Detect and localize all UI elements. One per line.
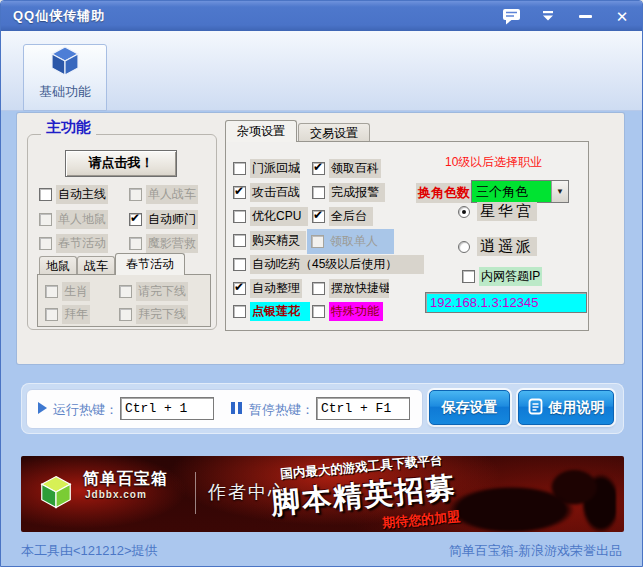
checkbox-box bbox=[39, 237, 52, 250]
checkbox-box bbox=[233, 282, 246, 295]
role-count-value: 三个角色 bbox=[472, 181, 551, 202]
chevron-down-icon[interactable]: ▼ bbox=[551, 181, 568, 202]
checkbox-label: 领取百科 bbox=[329, 159, 381, 178]
checkbox-box bbox=[312, 282, 325, 295]
checkbox-baiwan-offline[interactable]: 拜完下线 bbox=[119, 305, 188, 324]
checkbox-box bbox=[312, 210, 325, 223]
run-hotkey-input[interactable] bbox=[120, 397, 214, 420]
checkbox-lan-ip[interactable]: 内网答题IP bbox=[462, 267, 542, 286]
checkbox-label: 魔影营救 bbox=[146, 234, 198, 253]
checkbox-full-background[interactable]: 全后台 bbox=[312, 207, 373, 226]
checkbox-label: 特殊功能 bbox=[329, 302, 383, 321]
checkbox-box bbox=[312, 162, 325, 175]
run-icon bbox=[38, 402, 47, 414]
jdbbx-logo-title: 简单百宝箱 bbox=[83, 469, 168, 490]
click-me-button[interactable]: 请点击我！ bbox=[65, 150, 177, 177]
checkbox-solo-mole[interactable]: 单人地鼠 bbox=[39, 210, 108, 229]
skin-menu-icon[interactable] bbox=[538, 6, 558, 26]
subtab-mole[interactable]: 地鼠 bbox=[39, 256, 77, 275]
checkbox-silver-lotus[interactable]: 点银莲花 bbox=[233, 302, 310, 321]
checkbox-spring-festival[interactable]: 春节活动 bbox=[39, 234, 108, 253]
radio-label: 星华宫 bbox=[477, 202, 537, 221]
checkbox-auto-medicine[interactable]: 自动吃药（45级以后使用） bbox=[233, 255, 424, 274]
subtab-label: 地鼠 bbox=[46, 259, 70, 273]
checkbox-label: 单人战车 bbox=[146, 185, 198, 204]
checkbox-auto-shimen[interactable]: 自动师门 bbox=[129, 210, 198, 229]
toolbar: 基础功能 bbox=[1, 31, 643, 111]
checkbox-label: 自动整理 bbox=[250, 279, 302, 298]
checkbox-box bbox=[233, 210, 246, 223]
checkbox-qingwan-offline[interactable]: 请完下线 bbox=[119, 282, 188, 301]
message-icon[interactable] bbox=[501, 6, 521, 26]
checkbox-label: 春节活动 bbox=[56, 234, 108, 253]
checkbox-label: 请完下线 bbox=[136, 282, 188, 301]
checkbox-box bbox=[311, 235, 324, 248]
checkbox-box bbox=[129, 188, 142, 201]
help-label: 使用说明 bbox=[549, 399, 605, 417]
checkbox-box bbox=[233, 258, 246, 271]
radio-xinghua-palace[interactable]: 星华宫 bbox=[458, 202, 537, 221]
checkbox-special-function[interactable]: 特殊功能 bbox=[312, 302, 383, 321]
tab-trade-settings[interactable]: 交易设置 bbox=[298, 123, 370, 142]
radio-label: 逍遥派 bbox=[477, 237, 537, 256]
tab-misc-settings[interactable]: 杂项设置 bbox=[225, 120, 297, 142]
titlebar[interactable]: QQ仙侠传辅助 ✕ bbox=[1, 1, 643, 31]
app-window: QQ仙侠传辅助 ✕ bbox=[0, 0, 643, 567]
checkbox-place-hotkey[interactable]: 摆放快捷键 bbox=[312, 279, 389, 298]
checkbox-auto-mainline[interactable]: 自动主线 bbox=[39, 185, 108, 204]
checkbox-box bbox=[39, 213, 52, 226]
checkbox-sect-return[interactable]: 门派回城 bbox=[233, 159, 300, 178]
ad-banner[interactable]: 简单百宝箱 Jdbbx.com 作者中心 国内最大的游戏工具下载平台 脚本精英招… bbox=[21, 456, 624, 532]
checkbox-label: 门派回城 bbox=[250, 159, 300, 178]
checkbox-label: 攻击百战 bbox=[250, 183, 300, 202]
minimize-icon[interactable] bbox=[575, 6, 595, 26]
checkbox-label: 自动吃药（45级以后使用） bbox=[250, 255, 424, 274]
checkbox-solo-chariot[interactable]: 单人战车 bbox=[129, 185, 198, 204]
tab-basic-functions[interactable]: 基础功能 bbox=[23, 44, 107, 111]
banner-divider bbox=[195, 472, 196, 514]
checkbox-collect-baike[interactable]: 领取百科 bbox=[312, 159, 381, 178]
checkbox-box bbox=[119, 285, 132, 298]
lan-ip-input[interactable] bbox=[425, 292, 587, 313]
checkbox-label: 摆放快捷键 bbox=[329, 279, 389, 298]
checkbox-bainian[interactable]: 拜年 bbox=[45, 305, 90, 324]
save-settings-button[interactable]: 保存设置 bbox=[429, 390, 510, 425]
pause-hotkey-label: 暂停热键： bbox=[249, 401, 314, 419]
checkbox-auto-sort[interactable]: 自动整理 bbox=[233, 279, 302, 298]
role-count-dropdown[interactable]: 三个角色 ▼ bbox=[471, 180, 569, 203]
checkbox-buy-sprite[interactable]: 购买精灵 bbox=[233, 231, 306, 250]
checkbox-moying-rescue[interactable]: 魔影营救 bbox=[129, 234, 198, 253]
status-publisher-text: 简单百宝箱-新浪游戏荣誉出品 bbox=[449, 542, 622, 560]
subtab-chariot[interactable]: 战车 bbox=[77, 256, 115, 275]
checkbox-box bbox=[312, 186, 325, 199]
profession-hint: 10级以后选择职业 bbox=[445, 154, 542, 171]
tab-label: 杂项设置 bbox=[237, 124, 285, 138]
radio-xiaoyao-sect[interactable]: 逍遥派 bbox=[458, 237, 537, 256]
help-button[interactable]: 使用说明 bbox=[518, 390, 614, 425]
subtab-spring-festival[interactable]: 春节活动 bbox=[115, 253, 185, 275]
jdbbx-logo-icon bbox=[37, 473, 75, 515]
checkbox-box bbox=[129, 213, 142, 226]
checkbox-attack-baizhan[interactable]: 攻击百战 bbox=[233, 183, 300, 202]
checkbox-label: 完成报警 bbox=[329, 183, 385, 202]
checkbox-box bbox=[233, 186, 246, 199]
checkbox-box bbox=[39, 188, 52, 201]
radio-circle bbox=[458, 206, 470, 218]
checkbox-label: 自动主线 bbox=[56, 185, 108, 204]
checkbox-label: 内网答题IP bbox=[479, 267, 542, 286]
checkbox-finish-alert[interactable]: 完成报警 bbox=[312, 183, 385, 202]
pause-hotkey-input[interactable] bbox=[316, 397, 410, 420]
subtab-label: 春节活动 bbox=[126, 257, 174, 271]
checkbox-label: 拜年 bbox=[62, 305, 90, 324]
checkbox-box bbox=[45, 308, 58, 321]
checkbox-box bbox=[312, 305, 325, 318]
radio-circle bbox=[458, 241, 470, 253]
checkbox-collect-single[interactable]: 领取单人 bbox=[307, 229, 394, 254]
close-icon[interactable]: ✕ bbox=[612, 6, 632, 26]
checkbox-label: 自动师门 bbox=[146, 210, 198, 229]
checkbox-optimize-cpu[interactable]: 优化CPU bbox=[233, 207, 308, 226]
checkbox-zodiac[interactable]: 生肖 bbox=[45, 282, 90, 301]
checkbox-label: 生肖 bbox=[62, 282, 90, 301]
checkbox-box bbox=[129, 237, 142, 250]
pause-icon bbox=[231, 402, 242, 414]
